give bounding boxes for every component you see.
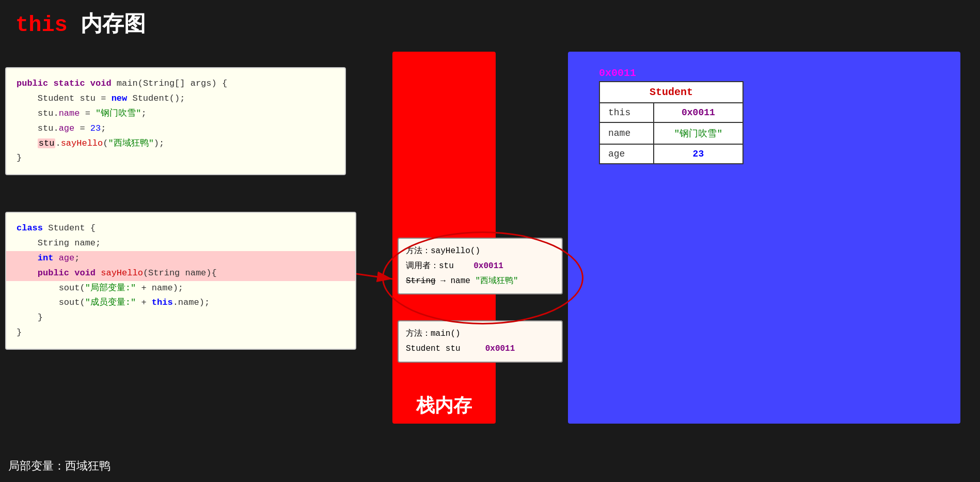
code-panel-class: class Student { String name; int age; pu… bbox=[5, 212, 356, 350]
title-rest: 内存图 bbox=[68, 13, 146, 38]
code-line-4: stu.age = 23; bbox=[17, 121, 335, 136]
frame-main-var: Student stu 0x0011 bbox=[406, 341, 555, 356]
heap-field-age-val: 23 bbox=[654, 144, 743, 164]
heap-row-name: name "钢门吹雪" bbox=[599, 122, 743, 144]
page-title: this 内存图 bbox=[15, 9, 146, 38]
class-line-1: class Student { bbox=[17, 221, 345, 236]
code-line-2: Student stu = new Student(); bbox=[17, 91, 335, 106]
heap-field-this-key: this bbox=[599, 103, 654, 122]
class-line-4: public void sayHello(String name){ bbox=[6, 266, 355, 281]
svg-line-1 bbox=[356, 274, 392, 279]
stack-frame-main: 方法：main() Student stu 0x0011 bbox=[398, 320, 563, 363]
bottom-label: 局部变量：西域狂鸭 bbox=[8, 458, 110, 474]
stack-frame-sayhello: 方法：sayHello() 调用者：stu 0x0011 String → na… bbox=[398, 238, 563, 294]
heap-field-this-val: 0x0011 bbox=[654, 103, 743, 122]
code-line-3: stu.name = "钢门吹雪"; bbox=[17, 106, 335, 121]
code-line-6: } bbox=[17, 151, 335, 166]
heap-object: 0x0011 Student this 0x0011 name "钢门吹雪" a… bbox=[599, 67, 744, 164]
heap-row-this: this 0x0011 bbox=[599, 103, 743, 122]
heap-table: Student this 0x0011 name "钢门吹雪" age 23 bbox=[599, 81, 744, 164]
stack-label: 栈内存 bbox=[392, 393, 496, 418]
heap-addr: 0x0011 bbox=[599, 67, 744, 79]
code-line-5: stu.sayHello("西域狂鸭"); bbox=[17, 136, 335, 151]
frame-sayhello-title: 方法：sayHello() bbox=[406, 244, 555, 259]
code-line-1: public static void main(String[] args) { bbox=[17, 76, 335, 91]
class-line-3: int age; bbox=[6, 251, 355, 266]
class-line-7: } bbox=[17, 310, 345, 325]
heap-row-age: age 23 bbox=[599, 144, 743, 164]
frame-sayhello-caller: 调用者：stu 0x0011 bbox=[406, 259, 555, 274]
frame-sayhello-param: String → name "西域狂鸭" bbox=[406, 274, 555, 289]
class-line-8: } bbox=[17, 325, 345, 340]
heap-class-name: Student bbox=[599, 82, 743, 103]
class-line-2: String name; bbox=[17, 236, 345, 251]
heap-field-name-key: name bbox=[599, 122, 654, 144]
heap-field-age-key: age bbox=[599, 144, 654, 164]
heap-field-name-val: "钢门吹雪" bbox=[654, 122, 743, 144]
class-line-5: sout("局部变量:" + name); bbox=[17, 281, 345, 296]
class-line-6: sout("成员变量:" + this.name); bbox=[17, 296, 345, 310]
title-this: this bbox=[15, 13, 68, 38]
code-panel-main: public static void main(String[] args) {… bbox=[5, 67, 346, 175]
frame-main-title: 方法：main() bbox=[406, 326, 555, 341]
